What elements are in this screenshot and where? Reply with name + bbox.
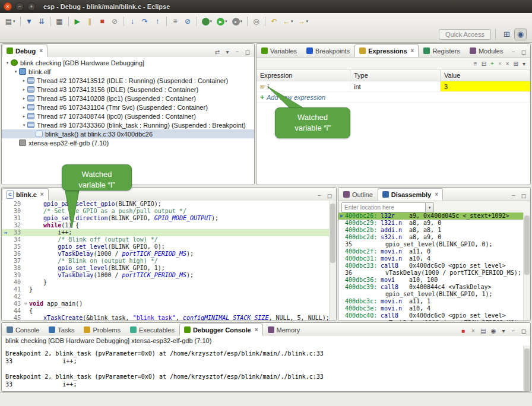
disassembly-line[interactable]: 400dbc31:movi.na10, 4 xyxy=(338,255,524,262)
code-line[interactable]: 43⊖void app_main() xyxy=(2,300,330,307)
connect-icon[interactable]: ⇄ xyxy=(214,49,221,55)
maximize-button[interactable]: + xyxy=(27,2,36,11)
disassembly-source-line[interactable]: 36vTaskDelay(1000 / portTICK_PERIOD_MS); xyxy=(338,269,524,277)
column-header-type[interactable]: Type xyxy=(350,70,441,81)
tab-debug[interactable]: Debug× xyxy=(2,45,48,57)
remove-all-expressions-icon[interactable]: × xyxy=(506,61,509,67)
twisty-icon[interactable]: ▸ xyxy=(21,105,27,110)
tab-outline[interactable]: Outline xyxy=(338,188,378,201)
close-icon[interactable]: × xyxy=(411,47,414,54)
code-line[interactable]: 40 } xyxy=(2,279,330,286)
twisty-icon[interactable]: ▸ xyxy=(21,78,27,83)
code-line[interactable]: 32 while(1) { xyxy=(2,222,330,229)
add-expression-icon[interactable]: + xyxy=(490,61,494,67)
external-tools-button[interactable]: ▸▾ xyxy=(230,17,245,27)
tab-modules[interactable]: Modules xyxy=(465,45,508,57)
code-line[interactable]: 39 vTaskDelay(1000 / portTICK_PERIOD_MS)… xyxy=(2,272,330,279)
disassembly-line[interactable]: 400dbc3e:movi.na10, 4 xyxy=(338,305,524,312)
code-area[interactable]: 29 gpio_pad_select_gpio(BLINK_GPIO);30 /… xyxy=(2,201,330,321)
twisty-icon[interactable]: ▸ xyxy=(21,96,27,101)
remove-expression-icon[interactable]: × xyxy=(498,61,502,67)
suspend-button[interactable]: ∥ xyxy=(84,16,96,27)
instruction-stepping-button[interactable]: ≡ xyxy=(170,16,181,27)
disassembly-line[interactable]: ▶400dbc26:l32ra9, 0x400d045c <_stext+109… xyxy=(338,212,524,220)
tab-variables[interactable]: Variables xyxy=(256,45,302,57)
code-line[interactable]: →33 i++; xyxy=(2,229,330,236)
column-header-value[interactable]: Value xyxy=(441,70,530,81)
code-line[interactable]: 31 gpio_set_direction(BLINK_GPIO, GPIO_M… xyxy=(2,215,330,222)
tab-breakpoints[interactable]: Breakpoints xyxy=(302,45,354,57)
disassembly-line[interactable]: 400dbc2f:movi.na11, 0 xyxy=(338,248,524,255)
close-icon[interactable]: × xyxy=(255,326,258,333)
disassembly-source-line[interactable]: vTaskDelay(1000 / portTICK_PERIOD_MS); xyxy=(338,319,524,321)
minimize-icon[interactable]: − xyxy=(316,192,323,199)
debug-tree-item[interactable]: ▸Thread #2 1073413512 (IDLE : Running) (… xyxy=(2,76,254,85)
code-line[interactable]: 44{ xyxy=(2,307,330,315)
open-perspective-button[interactable]: ⊞ xyxy=(501,28,513,40)
close-icon[interactable]: × xyxy=(40,191,44,198)
debug-tree-item[interactable]: ▾Thread #9 1073433360 (blink_task : Runn… xyxy=(2,120,254,129)
tab-debugger-console[interactable]: Debugger Console× xyxy=(179,323,263,336)
console-scrollbar[interactable] xyxy=(523,345,530,391)
terminate-button[interactable]: ■ xyxy=(97,16,108,27)
quick-access-button[interactable]: Quick Access xyxy=(439,29,491,40)
expression-row[interactable]: (x)=iint3 xyxy=(256,81,530,92)
scrollbar-thumb[interactable] xyxy=(330,204,335,263)
minimize-icon[interactable]: − xyxy=(234,49,241,55)
twisty-icon[interactable]: ▾ xyxy=(21,123,27,128)
code-line[interactable]: 42 xyxy=(2,293,330,300)
tab-memory[interactable]: Memory xyxy=(263,323,305,336)
run-button[interactable]: ▶▾ xyxy=(215,17,229,27)
maximize-icon[interactable]: ◻ xyxy=(520,192,527,199)
location-dropdown-icon[interactable]: ▾ xyxy=(426,202,434,212)
maximize-icon[interactable]: ◻ xyxy=(244,49,251,55)
maximize-icon[interactable]: ◻ xyxy=(520,328,527,334)
column-header-expression[interactable]: Expression xyxy=(256,70,350,81)
minimize-icon[interactable]: − xyxy=(510,328,517,334)
resume-button[interactable]: ▶ xyxy=(72,16,83,27)
debug-tree-item[interactable]: ▸Thread #5 1073410208 (ipc1) (Suspended … xyxy=(2,94,254,103)
collapse-all-icon[interactable]: ⊟ xyxy=(482,61,486,67)
code-line[interactable]: 37 /* Blink on (output high) */ xyxy=(2,258,330,265)
console-output[interactable]: Breakpoint 2, blink_task (pvParameter=0x… xyxy=(2,345,523,391)
disassembly-source-line[interactable]: gpio_set_level(BLINK_GPIO, 1); xyxy=(338,291,524,298)
forward-button[interactable]: →▾ xyxy=(296,16,311,27)
tab-problems[interactable]: Problems xyxy=(79,323,125,336)
tab-registers[interactable]: Registers xyxy=(419,45,464,57)
tab-disassembly[interactable]: Disassembly× xyxy=(378,188,443,201)
debug-tree-item[interactable]: ▸Thread #6 1073431104 (Tmr Svc) (Suspend… xyxy=(2,103,254,112)
view-menu-icon[interactable]: ▾ xyxy=(224,49,231,55)
code-line[interactable]: 35 gpio_set_level(BLINK_GPIO, 0); xyxy=(2,243,330,250)
save-button[interactable]: ▼ xyxy=(24,16,35,27)
code-line[interactable]: 34 /* Blink off (output low) */ xyxy=(2,236,330,243)
scrollbar-thumb[interactable] xyxy=(524,215,530,275)
close-icon[interactable]: × xyxy=(435,191,438,198)
disconnect-button[interactable]: ⊘ xyxy=(109,16,121,27)
twisty-icon[interactable]: ▸ xyxy=(21,87,27,92)
close-icon[interactable]: × xyxy=(39,47,43,54)
minimize-button[interactable]: − xyxy=(15,2,24,11)
disassembly-scrollbar[interactable] xyxy=(523,212,530,321)
code-line[interactable]: 29 gpio_pad_select_gpio(BLINK_GPIO); xyxy=(2,201,330,208)
disassembly-line[interactable]: 400dbc36:movia10, 100 xyxy=(338,277,524,284)
show-type-names-icon[interactable]: ≡ xyxy=(474,61,477,67)
disassembly-line[interactable]: 400dbc2b:addi.na8, a8, 1 xyxy=(338,227,524,234)
add-expression-row[interactable]: +Add new expression xyxy=(256,92,530,103)
disassembly-line[interactable]: 400dbc3c:movi.na11, 1 xyxy=(338,298,524,305)
tab-tasks[interactable]: Tasks xyxy=(44,323,79,336)
tab-executables[interactable]: Executables xyxy=(125,323,179,336)
new-button[interactable]: ▤▾ xyxy=(3,16,17,27)
back-button[interactable]: ←▾ xyxy=(281,16,295,27)
twisty-icon[interactable]: ▾ xyxy=(12,69,19,74)
last-edit-location-button[interactable]: ↶ xyxy=(268,16,280,27)
debug-tree-item[interactable]: ▸Thread #3 1073413156 (IDLE) (Suspended … xyxy=(2,85,254,94)
search-button[interactable]: ◎ xyxy=(251,16,262,27)
remove-launch-icon[interactable]: × xyxy=(470,328,477,334)
disassembly-source-line[interactable]: 35gpio_set_level(BLINK_GPIO, 0); xyxy=(338,241,524,248)
code-line[interactable]: 30 /* Set the GPIO as a push/pull output… xyxy=(2,208,330,215)
debug-button[interactable]: ▾ xyxy=(200,17,214,27)
tab-blink-c[interactable]: Cblink.c× xyxy=(2,188,49,201)
print-button[interactable]: ▦ xyxy=(54,16,65,27)
code-line[interactable]: 41} xyxy=(2,286,330,293)
step-return-button[interactable]: ↑ xyxy=(152,16,163,27)
